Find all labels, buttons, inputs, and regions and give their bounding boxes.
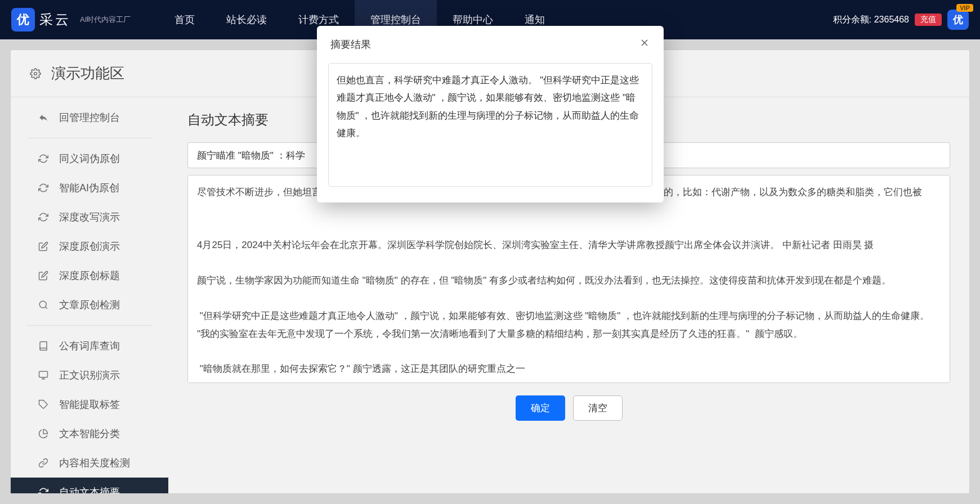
sidebar-back[interactable]: 回管理控制台 — [11, 103, 168, 132]
summary-modal: 摘要结果 但她也直言，科学研究中难题才真正令人激动。 "但科学研究中正是这些难题… — [317, 26, 664, 202]
clear-button[interactable]: 清空 — [573, 395, 623, 421]
svg-point-1 — [39, 301, 46, 308]
gear-icon — [30, 68, 41, 79]
edit-icon — [38, 270, 49, 281]
sidebar-item-label: 文本智能分类 — [59, 427, 120, 440]
pie-icon — [38, 428, 49, 439]
sidebar-original[interactable]: 深度原创演示 — [11, 232, 168, 261]
sidebar-detect[interactable]: 文章原创检测 — [11, 290, 168, 320]
tag-icon — [38, 399, 49, 410]
nav-label: 首页 — [174, 14, 195, 25]
monitor-icon — [38, 370, 49, 381]
header-right: 积分余额: 2365468 充值 优 VIP — [833, 10, 969, 30]
sidebar-synonym[interactable]: 同义词伪原创 — [11, 144, 168, 173]
panel-title-text: 演示功能区 — [51, 64, 124, 83]
sidebar-divider — [26, 325, 153, 326]
logo-badge: 优 — [11, 8, 35, 32]
submit-button[interactable]: 确定 — [516, 395, 565, 421]
logo[interactable]: 优 采云 AI时代内容工厂 — [11, 8, 131, 32]
svg-line-2 — [45, 307, 47, 308]
edit-icon — [38, 241, 49, 252]
search-icon — [38, 299, 49, 310]
sidebar-back-label: 回管理控制台 — [59, 111, 120, 124]
sidebar-item-label: 智能提取标签 — [59, 398, 120, 411]
sidebar-item-label: 公有词库查询 — [59, 339, 120, 353]
recharge-button[interactable]: 充值 — [915, 14, 942, 26]
sidebar-item-label: 自动文本摘要 — [59, 485, 120, 493]
svg-point-0 — [34, 72, 37, 75]
nav-mustread[interactable]: 站长必读 — [211, 0, 283, 40]
sidebar-item-label: 内容相关度检测 — [59, 456, 130, 470]
refresh-icon — [38, 487, 49, 493]
refresh-icon — [38, 182, 49, 194]
modal-title: 摘要结果 — [330, 38, 371, 51]
svg-rect-3 — [39, 371, 48, 377]
sidebar-summary[interactable]: 自动文本摘要 — [11, 478, 168, 493]
nav-home[interactable]: 首页 — [159, 0, 211, 40]
logo-subtitle: AI时代内容工厂 — [80, 15, 131, 25]
vip-badge[interactable]: 优 VIP — [947, 10, 969, 30]
sidebar-tag[interactable]: 智能提取标签 — [11, 390, 168, 419]
sidebar-classify[interactable]: 文本智能分类 — [11, 419, 168, 448]
sidebar-item-label: 同义词伪原创 — [59, 152, 120, 165]
sidebar-item-label: 深度改写演示 — [59, 210, 120, 224]
sidebar-body[interactable]: 正文识别演示 — [11, 361, 168, 390]
vip-tag: VIP — [956, 4, 973, 12]
sidebar-dict[interactable]: 公有词库查询 — [11, 331, 168, 361]
sidebar-item-label: 文章原创检测 — [59, 298, 120, 312]
points-balance: 积分余额: 2365468 — [833, 14, 909, 26]
back-icon — [38, 112, 49, 123]
sidebar-item-label: 正文识别演示 — [59, 368, 120, 382]
modal-header: 摘要结果 — [317, 26, 664, 63]
content-textarea[interactable] — [187, 175, 950, 383]
sidebar-item-label: 深度原创标题 — [59, 269, 120, 282]
actions: 确定 清空 — [187, 395, 950, 421]
sidebar-divider — [26, 138, 153, 138]
book-icon — [38, 340, 49, 352]
sidebar: 回管理控制台 同义词伪原创 智能AI伪原创 深度改写演示 深度原创演示 深度原创… — [11, 97, 168, 493]
summary-result: 但她也直言，科学研究中难题才真正令人激动。 "但科学研究中正是这些难题才真正地令… — [328, 63, 652, 187]
sidebar-rewrite[interactable]: 深度改写演示 — [11, 202, 168, 232]
close-icon — [639, 37, 650, 48]
refresh-icon — [38, 212, 49, 223]
refresh-icon — [38, 153, 49, 164]
sidebar-item-label: 智能AI伪原创 — [59, 181, 119, 195]
logo-text: 采云 — [39, 11, 71, 29]
sidebar-item-label: 深度原创演示 — [59, 240, 120, 253]
sidebar-title[interactable]: 深度原创标题 — [11, 261, 168, 290]
sidebar-relevance[interactable]: 内容相关度检测 — [11, 448, 168, 478]
modal-close-button[interactable] — [639, 37, 650, 52]
modal-body: 但她也直言，科学研究中难题才真正令人激动。 "但科学研究中正是这些难题才真正地令… — [317, 63, 664, 202]
sidebar-ai[interactable]: 智能AI伪原创 — [11, 173, 168, 202]
link-icon — [38, 457, 49, 469]
